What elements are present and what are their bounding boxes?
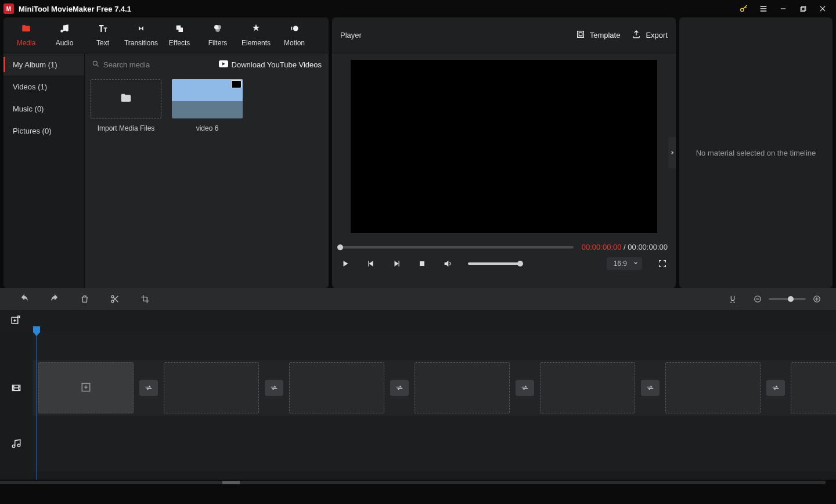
svg-point-8 — [293, 26, 298, 31]
prev-frame-button[interactable] — [366, 260, 376, 268]
zoom-slider[interactable] — [769, 298, 806, 300]
play-button[interactable] — [340, 260, 351, 268]
nav-audio[interactable]: Audio — [45, 17, 84, 53]
nav-elements[interactable]: Elements — [237, 17, 275, 53]
overlay-track[interactable] — [33, 331, 836, 360]
svg-rect-1 — [801, 6, 805, 10]
zoom-out-button[interactable] — [751, 288, 764, 310]
audio-track-icon — [0, 416, 33, 471]
delete-button[interactable] — [73, 288, 96, 310]
clip-slot[interactable] — [289, 362, 384, 413]
nav-media[interactable]: Media — [7, 17, 45, 53]
sidebar-item-pictures[interactable]: Pictures (0) — [3, 120, 84, 142]
clip-slot[interactable] — [540, 362, 635, 413]
transition-slot[interactable] — [766, 380, 785, 396]
player-label: Player — [340, 31, 564, 39]
aspect-select[interactable]: 16:9 — [607, 257, 642, 270]
clip-slot[interactable] — [38, 362, 134, 413]
folder-icon — [118, 92, 134, 106]
sidebar-item-label: Music (0) — [13, 105, 44, 113]
volume-slider[interactable] — [468, 262, 520, 265]
time-separator: / — [621, 243, 628, 251]
template-label: Template — [590, 31, 621, 39]
svg-rect-11 — [577, 31, 583, 38]
crop-button[interactable] — [134, 288, 157, 310]
volume-button[interactable] — [442, 259, 453, 268]
fullscreen-button[interactable] — [657, 259, 668, 268]
audio-track[interactable] — [33, 416, 836, 471]
search-input[interactable] — [103, 60, 196, 69]
youtube-icon — [219, 60, 228, 69]
close-icon[interactable] — [813, 0, 833, 17]
clip-slot[interactable] — [164, 362, 259, 413]
chevron-down-icon — [633, 260, 639, 268]
template-icon — [576, 30, 585, 41]
media-label: video 6 — [196, 124, 219, 132]
sidebar-item-videos[interactable]: Videos (1) — [3, 75, 84, 98]
video-thumbnail — [172, 79, 243, 118]
playhead[interactable] — [33, 326, 40, 333]
nav-label: Transitions — [124, 39, 158, 47]
next-frame-button[interactable] — [391, 260, 402, 268]
svg-rect-12 — [579, 33, 582, 35]
sidebar-item-label: Pictures (0) — [13, 127, 51, 135]
undo-button[interactable] — [13, 288, 36, 310]
svg-point-9 — [93, 61, 97, 65]
import-label: Import Media Files — [98, 124, 155, 132]
properties-empty-message: No material selected on the timeline — [696, 149, 816, 157]
sidebar-item-label: My Album (1) — [13, 60, 57, 69]
nav-label: Filters — [208, 39, 228, 47]
add-track-button[interactable] — [10, 315, 21, 327]
download-youtube-link[interactable]: Download YouTube Videos — [219, 60, 322, 69]
transition-slot[interactable] — [516, 380, 534, 396]
nav-text[interactable]: Text — [84, 17, 122, 53]
transitions-icon — [136, 23, 146, 37]
export-button[interactable]: Export — [632, 30, 668, 41]
nav-transitions[interactable]: Transitions — [122, 17, 160, 53]
sidebar-item-music[interactable]: Music (0) — [3, 98, 84, 120]
aspect-value: 16:9 — [614, 260, 627, 268]
menu-icon[interactable] — [754, 0, 773, 17]
stop-button[interactable] — [417, 260, 427, 267]
window-title: MiniTool MovieMaker Free 7.4.1 — [19, 5, 734, 13]
transition-slot[interactable] — [390, 380, 409, 396]
app-logo: M — [3, 3, 14, 14]
import-media-tile[interactable]: Import Media Files — [91, 79, 161, 132]
video-track[interactable] — [33, 360, 836, 416]
playhead-line — [37, 331, 37, 480]
zoom-in-button[interactable] — [810, 288, 823, 310]
minimize-icon[interactable] — [773, 0, 793, 17]
sidebar-item-my-album[interactable]: My Album (1) — [3, 53, 84, 75]
expand-properties-button[interactable] — [668, 137, 676, 168]
clip-slot[interactable] — [415, 362, 510, 413]
svg-rect-2 — [801, 7, 805, 11]
music-icon — [59, 23, 70, 37]
transition-slot[interactable] — [641, 380, 660, 396]
key-icon[interactable] — [734, 0, 754, 17]
snap-button[interactable] — [721, 288, 744, 310]
clip-slot[interactable] — [791, 362, 836, 413]
horizontal-scrollbar[interactable] — [0, 480, 836, 485]
split-button[interactable] — [103, 288, 127, 310]
template-button[interactable]: Template — [576, 30, 621, 41]
nav-filters[interactable]: Filters — [199, 17, 237, 53]
seek-slider[interactable] — [340, 246, 574, 249]
video-track-icon — [0, 360, 33, 416]
nav-motion[interactable]: Motion — [275, 17, 314, 53]
nav-effects[interactable]: Effects — [160, 17, 199, 53]
maximize-icon[interactable] — [793, 0, 813, 17]
total-time: 00:00:00:00 — [628, 243, 668, 251]
effects-icon — [174, 23, 185, 37]
download-icon — [80, 381, 92, 395]
transition-slot[interactable] — [265, 380, 283, 396]
sidebar-item-label: Videos (1) — [13, 82, 47, 91]
nav-label: Media — [17, 39, 36, 47]
transition-slot[interactable] — [139, 380, 158, 396]
motion-icon — [289, 23, 300, 37]
clip-slot[interactable] — [665, 362, 761, 413]
export-label: Export — [646, 31, 668, 39]
redo-button[interactable] — [43, 288, 66, 310]
nav-label: Text — [96, 39, 109, 47]
nav-label: Audio — [56, 39, 74, 47]
media-tile[interactable]: video 6 — [172, 79, 243, 132]
